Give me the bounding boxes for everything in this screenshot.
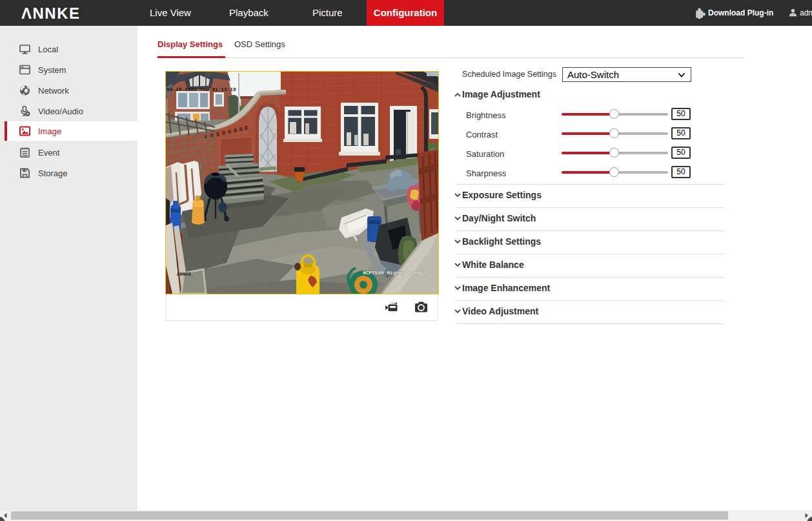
svg-text:NCPT500 Mighty Gadget: NCPT500 Mighty Gadget bbox=[363, 271, 426, 276]
svg-text:09-28-2023 Thu 01:13:19: 09-28-2023 Thu 01:13:19 bbox=[167, 87, 236, 92]
svg-text:ANNKE: ANNKE bbox=[177, 272, 192, 277]
